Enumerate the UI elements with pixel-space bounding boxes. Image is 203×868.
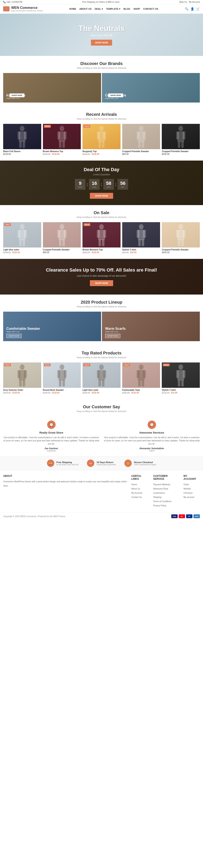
footer-bottom: Copyright © 2023 WEN Commerce | Powered … (0, 512, 203, 520)
footer-link-wishlist[interactable]: Wishlist (183, 487, 200, 491)
phone-label[interactable]: 📞 Call +123456789 (3, 1, 22, 3)
svg-rect-14 (97, 131, 100, 140)
recent-product-info-1: Black Full Sleeve $128.00 (3, 149, 41, 156)
top-rated-product-5[interactable]: SALE Stylish T-shirt $110.00 $10.00 (162, 363, 200, 395)
svg-point-48 (139, 224, 144, 229)
top-rated-old-price-1: $190.00 (3, 392, 11, 394)
features-bar: 🚚 Free Shipping on all orders over $100.… (0, 456, 203, 470)
lineup-shop-btn-1[interactable]: SHOP NOW (6, 334, 22, 338)
svg-rect-69 (64, 370, 67, 378)
nav-contact[interactable]: CONTACT US (143, 8, 158, 10)
hero-shop-button[interactable]: SHOP NOW (91, 40, 112, 45)
top-rated-product-2[interactable]: SALE Round Neck Sweater $195.00 $128.00 (43, 363, 81, 395)
brand-shop-btn-2[interactable]: SHOP NOW (108, 93, 123, 97)
recent-product-name-2: Brown Womens Top (43, 150, 81, 153)
account-link[interactable]: My Account (189, 1, 200, 3)
countdown-days: 9 Days (75, 179, 85, 190)
top-rated-product-img-4: SALE (122, 363, 160, 388)
svg-rect-45 (103, 230, 106, 238)
svg-rect-22 (138, 141, 141, 148)
top-rated-product-1[interactable]: SALE Grey Summer Outer $190.00 $128.00 (3, 363, 41, 395)
sale-product-name-5: Cropped Pointelle Sweater (162, 249, 200, 251)
top-rated-product-3[interactable]: SALE Light blue outer $190.00 $128.00 (82, 363, 121, 395)
sale-product-old-price-4: $10.00 (122, 251, 129, 254)
deal-shop-button[interactable]: SHOP NOW (90, 193, 113, 199)
brand-card-comfy-jeans[interactable]: Comfy Jeans Made with Love SHOP NOW (102, 73, 200, 102)
testimonial-icon-1: 💬 (47, 421, 56, 429)
recent-product-5[interactable]: Cropped Pointelle Sweater $100.00 (162, 124, 200, 156)
svg-rect-46 (99, 240, 101, 246)
brand-tagline-1: Made with Love (6, 97, 25, 99)
footer-link-order[interactable]: Order (183, 483, 200, 487)
footer-link-contact[interactable]: Contact Us (131, 495, 149, 499)
recent-product-4[interactable]: Cropped Pointelle Sweater $99.00 (122, 124, 160, 156)
footer-link-customizers[interactable]: Advanced Shop Customizers (153, 487, 179, 495)
top-rated-product-info-3: Light blue outer $190.00 $128.00 (82, 388, 121, 395)
footer-link-payment[interactable]: Payment Methods (153, 483, 179, 487)
recent-product-name-1: Black Full Sleeve (3, 150, 41, 153)
logo-name[interactable]: WEN Commerce (11, 6, 43, 10)
brand-shop-btn-1[interactable]: SHOP NOW (9, 93, 24, 97)
nav-template[interactable]: TEMPLATE ▾ (106, 8, 121, 10)
top-rated-product-price-5: $110.00 $10.00 (162, 392, 200, 394)
nav-about[interactable]: ABOUT US (79, 8, 91, 10)
nav-shop[interactable]: SHOP (133, 8, 140, 10)
countdown-days-num: 9 (77, 181, 83, 186)
sale-product-5[interactable]: Cropped Pointelle Sweater $105.00 (162, 222, 200, 255)
svg-rect-5 (23, 141, 25, 148)
cart-icon[interactable]: 🛒 (196, 7, 200, 10)
nav-blog[interactable]: BLOG (124, 8, 130, 10)
brand-card-iconic-bags[interactable]: Iconic Bags Made with Love SHOP NOW (3, 73, 101, 102)
lineup-shop-btn-2[interactable]: SHOP NOW (105, 334, 120, 338)
footer-grid: About Commerce WordPress theme with a pi… (3, 474, 200, 508)
feature-shipping-text: Free Shipping on all orders over $100.00 (56, 461, 79, 466)
recent-product-new-price-3: $128.00 (92, 153, 99, 155)
countdown-days-label: Days (77, 186, 83, 188)
svg-rect-47 (102, 240, 104, 246)
sale-product-img-3: SALE (82, 222, 121, 247)
sale-product-4[interactable]: Stylish T-shirt $10.00 $10.00 (122, 222, 160, 255)
top-rated-product-4[interactable]: SALE Fashionable Tops $180.00 $120.00 (122, 363, 160, 395)
footer-link-account[interactable]: My Account (131, 491, 149, 495)
recent-product-1[interactable]: Black Full Sleeve $128.00 (3, 124, 41, 156)
recent-product-sold-2: SOLD (44, 125, 51, 128)
footer-link-checkout[interactable]: Checkout (183, 491, 200, 495)
recent-product-3[interactable]: SOLD Burgandy Top $196.00 $128.00 (82, 124, 121, 156)
nav-home[interactable]: HOME (69, 8, 76, 10)
sale-product-3[interactable]: SALE Brown Womens Top $190.00 $128.00 (82, 222, 121, 255)
top-rated-product-img-3: SALE (82, 363, 121, 388)
sale-product-info-4: Stylish T-shirt $10.00 $10.00 (122, 247, 160, 255)
footer-link-privacy[interactable]: Privacy Policy (153, 504, 179, 508)
footer-link-myaccount[interactable]: My account (183, 495, 200, 499)
footer-link-shipping[interactable]: Shipping (153, 495, 179, 499)
sale-product-info-3: Brown Womens Top $190.00 $128.00 (82, 247, 121, 255)
user-icon[interactable]: 👤 (191, 7, 194, 10)
lineup-card-sweater[interactable]: Comfortable Sweater Made with Love SHOP … (3, 312, 101, 341)
recent-product-2[interactable]: SOLD Brown Womens Top $196.00 $128.00 (43, 124, 81, 156)
recent-product-price-4: $99.00 (122, 153, 160, 155)
search-icon[interactable]: 🔍 (185, 7, 188, 10)
lineup-tagline-1: Made with Love (6, 331, 40, 333)
clearance-shop-button[interactable]: SHOP NOW (90, 280, 113, 286)
svg-rect-3 (24, 131, 27, 140)
testimonials-section-title: Our Customer Say Keep scrolling or click… (0, 399, 203, 414)
sale-product-price-1: $199.00 $125.00 (3, 251, 41, 254)
sale-product-1[interactable]: SALE Light blue outer $199.00 $125.00 (3, 222, 41, 255)
hero-subtitle: Now Up to 25% Off (78, 34, 125, 37)
nav-deal[interactable]: DEAL ▾ (95, 8, 103, 10)
top-rated-sold-3: SALE (83, 364, 90, 366)
sale-product-2[interactable]: Cropped Pointelle Sweater $95.00 (43, 222, 81, 255)
testimonials-subtitle: Keep scrolling or click the banner below… (3, 410, 200, 412)
recent-product-name-3: Burgandy Top (82, 150, 121, 153)
footer-link-home[interactable]: Home (131, 483, 149, 487)
svg-rect-71 (62, 380, 65, 386)
footer-link-about[interactable]: About Us (131, 487, 149, 491)
header-icons: 🔍 👤 🛒 (185, 7, 200, 10)
top-rated-sold-5: SALE (163, 364, 169, 366)
style-link[interactable]: Style Inc (179, 1, 187, 3)
svg-rect-62 (18, 370, 20, 378)
footer-link-terms[interactable]: Terms & Conditions (153, 499, 179, 504)
countdown-sec-num: 56 (120, 181, 126, 186)
lineup-card-scarfs[interactable]: Warm Scarfs Made with Love SHOP NOW (102, 312, 200, 341)
svg-rect-40 (59, 240, 61, 246)
